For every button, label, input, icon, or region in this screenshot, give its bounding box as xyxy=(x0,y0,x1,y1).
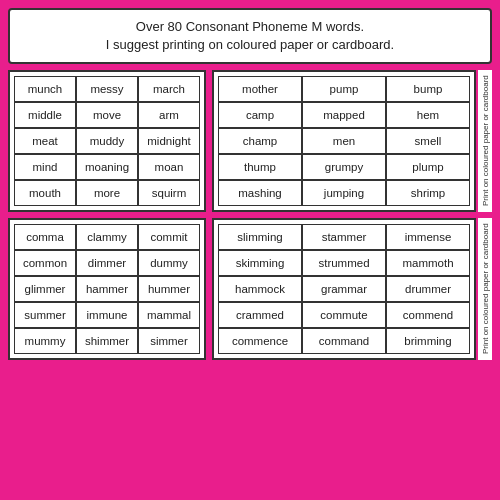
word-cell: dimmer xyxy=(76,250,138,276)
word-cell: strummed xyxy=(302,250,386,276)
word-cell: slimming xyxy=(218,224,302,250)
word-cell: plump xyxy=(386,154,470,180)
word-cell: immense xyxy=(386,224,470,250)
grid-bottom-right: slimmingstammerimmenseskimmingstrummedma… xyxy=(212,218,476,360)
header-line2: I suggest printing on coloured paper or … xyxy=(22,36,478,54)
word-cell: middle xyxy=(14,102,76,128)
word-cell: move xyxy=(76,102,138,128)
word-cell: messy xyxy=(76,76,138,102)
word-cell: glimmer xyxy=(14,276,76,302)
word-cell: thump xyxy=(218,154,302,180)
word-cell: grammar xyxy=(302,276,386,302)
word-cell: simmer xyxy=(138,328,200,354)
word-cell: mashing xyxy=(218,180,302,206)
main-content: munchmessymarchmiddlemovearmmeatmuddymid… xyxy=(8,70,492,492)
page: Over 80 Consonant Phoneme M words. I sug… xyxy=(0,0,500,500)
word-cell: command xyxy=(302,328,386,354)
word-cell: commence xyxy=(218,328,302,354)
word-cell: arm xyxy=(138,102,200,128)
word-cell: hammer xyxy=(76,276,138,302)
word-cell: shimmer xyxy=(76,328,138,354)
word-cell: drummer xyxy=(386,276,470,302)
word-cell: bump xyxy=(386,76,470,102)
word-cell: shrimp xyxy=(386,180,470,206)
word-cell: meat xyxy=(14,128,76,154)
grid-top-right: motherpumpbumpcampmappedhemchampmensmell… xyxy=(212,70,476,212)
word-cell: mother xyxy=(218,76,302,102)
word-cell: skimming xyxy=(218,250,302,276)
word-cell: march xyxy=(138,76,200,102)
word-cell: pump xyxy=(302,76,386,102)
word-cell: smell xyxy=(386,128,470,154)
word-cell: commend xyxy=(386,302,470,328)
word-cell: champ xyxy=(218,128,302,154)
word-cell: mapped xyxy=(302,102,386,128)
word-cell: hummer xyxy=(138,276,200,302)
word-cell: hem xyxy=(386,102,470,128)
header-line1: Over 80 Consonant Phoneme M words. xyxy=(22,18,478,36)
word-cell: commute xyxy=(302,302,386,328)
word-cell: crammed xyxy=(218,302,302,328)
bottom-row: commaclammycommitcommondimmerdummyglimme… xyxy=(8,218,492,360)
word-cell: commit xyxy=(138,224,200,250)
grid-top-left: munchmessymarchmiddlemovearmmeatmuddymid… xyxy=(8,70,206,212)
side-label-bottom: Print on coloured paper or cardboard xyxy=(478,218,492,360)
header-box: Over 80 Consonant Phoneme M words. I sug… xyxy=(8,8,492,64)
word-cell: grumpy xyxy=(302,154,386,180)
word-cell: mind xyxy=(14,154,76,180)
word-cell: mammoth xyxy=(386,250,470,276)
word-cell: camp xyxy=(218,102,302,128)
grid-bottom-left: commaclammycommitcommondimmerdummyglimme… xyxy=(8,218,206,360)
word-cell: moaning xyxy=(76,154,138,180)
word-cell: brimming xyxy=(386,328,470,354)
word-cell: moan xyxy=(138,154,200,180)
word-cell: midnight xyxy=(138,128,200,154)
word-cell: munch xyxy=(14,76,76,102)
top-row: munchmessymarchmiddlemovearmmeatmuddymid… xyxy=(8,70,492,212)
word-cell: muddy xyxy=(76,128,138,154)
word-cell: hammock xyxy=(218,276,302,302)
word-cell: mummy xyxy=(14,328,76,354)
side-label-top: Print on coloured paper or cardboard xyxy=(478,70,492,212)
word-cell: comma xyxy=(14,224,76,250)
word-cell: stammer xyxy=(302,224,386,250)
word-cell: more xyxy=(76,180,138,206)
word-cell: immune xyxy=(76,302,138,328)
word-cell: common xyxy=(14,250,76,276)
word-cell: men xyxy=(302,128,386,154)
word-cell: squirm xyxy=(138,180,200,206)
word-cell: jumping xyxy=(302,180,386,206)
top-right-section: motherpumpbumpcampmappedhemchampmensmell… xyxy=(212,70,492,212)
word-cell: clammy xyxy=(76,224,138,250)
word-cell: mouth xyxy=(14,180,76,206)
word-cell: mammal xyxy=(138,302,200,328)
bottom-right-section: slimmingstammerimmenseskimmingstrummedma… xyxy=(212,218,492,360)
word-cell: dummy xyxy=(138,250,200,276)
word-cell: summer xyxy=(14,302,76,328)
